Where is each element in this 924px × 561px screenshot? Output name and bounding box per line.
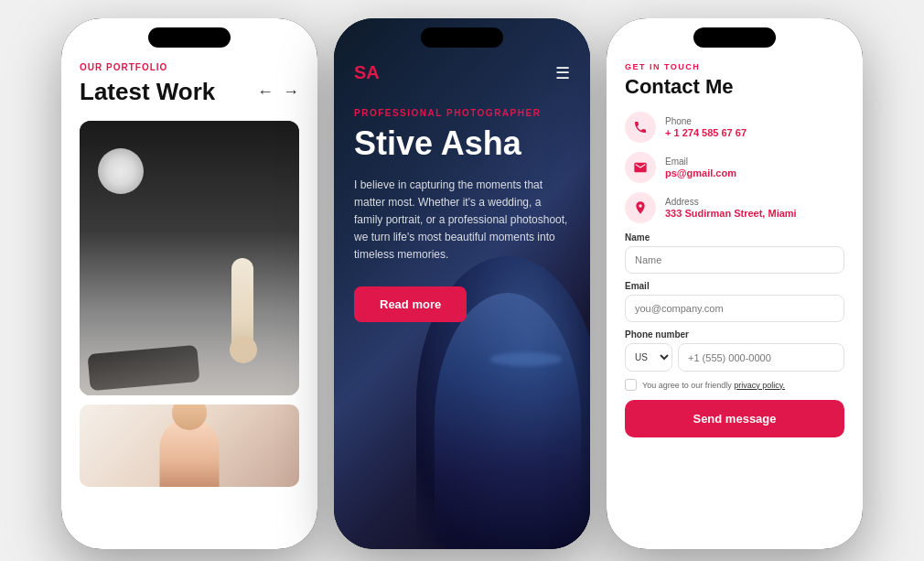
address-label: Address: [665, 197, 797, 207]
contact-item-address: Address 333 Sudirman Street, Miami: [625, 192, 844, 223]
phone-icon: [633, 120, 648, 135]
read-more-button[interactable]: Read more: [354, 286, 467, 322]
latest-work-row: Latest Work ← →: [80, 78, 299, 106]
phone1-content: OUR PORTFOLIO Latest Work ← →: [61, 18, 317, 549]
phone2-inner-content: PROFESSIONAL PHOTOGRAPHER Stive Asha I b…: [354, 62, 570, 322]
get-in-touch-label: GET IN TOUCH: [625, 62, 844, 71]
address-value: 333 Sudirman Street, Miami: [665, 208, 797, 219]
address-icon-wrap: [625, 192, 656, 223]
photographer-desc: I believe in capturing the moments that …: [354, 177, 570, 264]
latest-work-title: Latest Work: [80, 78, 215, 106]
privacy-row: You agree to our friendly privacy policy…: [625, 379, 844, 391]
phone-contact-info: Phone + 1 274 585 67 67: [665, 116, 747, 138]
email-input[interactable]: [625, 295, 844, 322]
phone-contact: GET IN TOUCH Contact Me Phone + 1 274 58…: [607, 18, 863, 549]
notch-2: [421, 27, 503, 48]
location-icon: [633, 200, 648, 215]
hamburger-icon[interactable]: ☰: [555, 63, 570, 83]
email-field-label: Email: [625, 281, 844, 291]
phone-input-row: US ∨: [625, 343, 844, 372]
email-icon-wrap: [625, 152, 656, 183]
scene: OUR PORTFOLIO Latest Work ← →: [43, 0, 881, 561]
sa-logo: SA: [354, 62, 380, 83]
phone2-content: PROFESSIONAL PHOTOGRAPHER Stive Asha I b…: [334, 18, 590, 549]
portfolio-main-image: [80, 121, 299, 395]
portfolio-label: OUR PORTFOLIO: [80, 62, 299, 72]
notch-1: [148, 27, 231, 48]
phone-label: Phone: [665, 116, 747, 126]
name-label: Name: [625, 232, 844, 243]
name-input[interactable]: [625, 246, 844, 274]
address-contact-info: Address 333 Sudirman Street, Miami: [665, 197, 797, 219]
phone-portfolio: OUR PORTFOLIO Latest Work ← →: [61, 18, 317, 549]
notch-3: [693, 27, 776, 48]
contact-item-email: Email ps@gmail.com: [625, 152, 844, 183]
send-message-button[interactable]: Send message: [625, 400, 844, 437]
floor: [80, 322, 299, 395]
email-value: ps@gmail.com: [665, 167, 736, 178]
privacy-link[interactable]: privacy policy.: [734, 381, 785, 390]
phone-icon-wrap: [625, 112, 656, 143]
country-select[interactable]: US ∨: [625, 343, 672, 372]
next-arrow[interactable]: →: [283, 82, 299, 102]
phone2-header: SA ☰: [334, 62, 590, 83]
email-icon: [633, 160, 648, 175]
portfolio-thumb-image: [80, 405, 299, 487]
phone3-content: GET IN TOUCH Contact Me Phone + 1 274 58…: [607, 18, 863, 549]
studio-scene: [80, 121, 299, 395]
privacy-text: You agree to our friendly privacy policy…: [642, 381, 785, 390]
privacy-checkbox[interactable]: [625, 379, 637, 391]
photographer-name: Stive Asha: [354, 125, 570, 162]
phone-number-label: Phone number: [625, 329, 844, 340]
phone-photographer: SA ☰ PROFESSIONAL PHOTOGRAPHER Stive Ash…: [334, 18, 590, 549]
contact-form: Name Email Phone number US ∨: [625, 232, 844, 437]
prev-arrow[interactable]: ←: [257, 82, 274, 102]
email-label: Email: [665, 156, 736, 167]
photographer-tag: PROFESSIONAL PHOTOGRAPHER: [354, 108, 570, 118]
light-source: [98, 148, 144, 194]
email-contact-info: Email ps@gmail.com: [665, 156, 736, 178]
nav-arrows: ← →: [257, 82, 299, 102]
phone-number-input[interactable]: [678, 343, 844, 372]
contact-title: Contact Me: [625, 75, 844, 99]
phone-value: + 1 274 585 67 67: [665, 127, 747, 138]
contact-item-phone: Phone + 1 274 585 67 67: [625, 112, 844, 143]
